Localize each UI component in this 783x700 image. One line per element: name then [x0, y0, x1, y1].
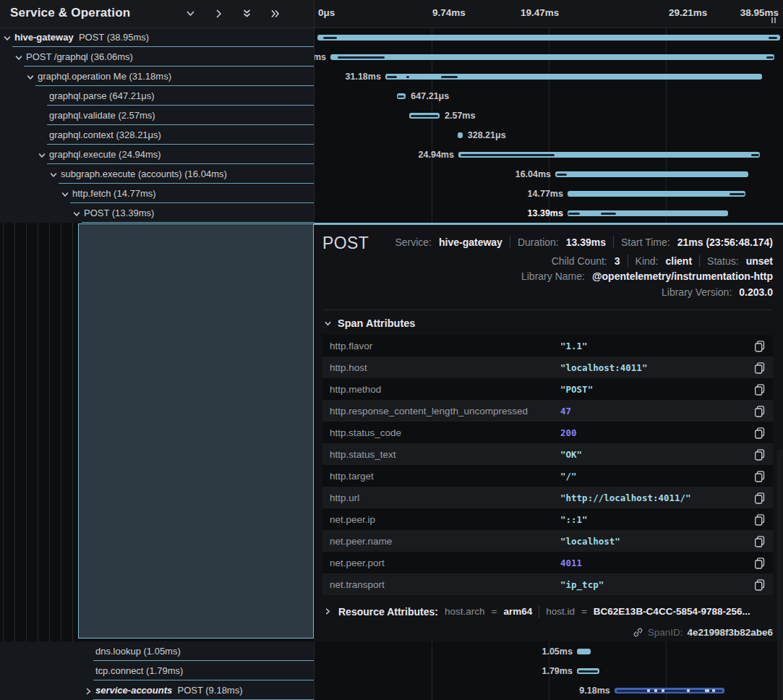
- tree-row[interactable]: POST (13.39ms): [0, 203, 314, 223]
- duration-label: 31.18ms: [346, 72, 381, 82]
- chevron-down-icon[interactable]: [185, 9, 196, 19]
- copy-icon[interactable]: [753, 448, 766, 464]
- copy-icon[interactable]: [753, 557, 766, 573]
- copy-icon[interactable]: [753, 535, 766, 551]
- resource-key: host.id: [546, 606, 575, 617]
- child-span-marker: [338, 56, 385, 59]
- copy-icon[interactable]: [753, 405, 766, 421]
- child-span-marker: [323, 37, 337, 39]
- resource-attributes-row[interactable]: Resource Attributes: host.arch=arm64host…: [324, 605, 750, 618]
- service-operation-title: Service & Operation: [10, 6, 130, 20]
- span-name-label: graphql.operation Me (31.18ms): [38, 71, 171, 82]
- resource-key: host.arch: [445, 606, 485, 617]
- span-duration-bar[interactable]: [458, 132, 462, 138]
- field-label: Child Count:: [552, 255, 607, 267]
- collapse-chevron-down-icon[interactable]: [3, 33, 12, 46]
- collapse-chevron-down-icon[interactable]: [49, 169, 58, 182]
- span-duration-bar[interactable]: [555, 171, 748, 177]
- attribute-row: net.peer.name"localhost": [322, 530, 773, 552]
- copy-icon[interactable]: [753, 383, 766, 399]
- duration-label: 328.21μs: [468, 130, 506, 140]
- tree-row[interactable]: graphql.operation Me (31.18ms): [0, 67, 314, 86]
- service-name: hive-gateway: [14, 32, 74, 43]
- collapse-chevron-down-icon[interactable]: [14, 52, 23, 65]
- child-span-marker: [578, 670, 598, 673]
- copy-icon[interactable]: [753, 513, 766, 529]
- span-duration-bar[interactable]: [577, 649, 591, 654]
- span-id-label: SpanID:: [648, 627, 683, 638]
- tree-row[interactable]: graphql.parse (647.21μs): [0, 86, 314, 106]
- resource-attributes-pairs: host.arch=arm64host.id=BC62E13B-C4CC-585…: [445, 605, 750, 618]
- service-name: service-accounts: [95, 685, 172, 696]
- child-span-dot: [712, 689, 715, 692]
- tree-row[interactable]: subgraph.execute (accounts) (16.04ms): [0, 164, 314, 184]
- field-label: Start Time:: [621, 236, 670, 248]
- child-span-marker: [411, 115, 438, 117]
- copy-icon[interactable]: [753, 470, 766, 486]
- collapse-chevron-down-icon[interactable]: [26, 72, 35, 85]
- copy-icon[interactable]: [753, 427, 766, 443]
- duration-label: 14.77ms: [528, 189, 563, 199]
- duration-label: 647.21μs: [411, 91, 449, 101]
- timeline-row[interactable]: 9.18ms: [315, 680, 783, 700]
- attribute-value: 4011: [560, 558, 582, 568]
- copy-icon[interactable]: [753, 362, 766, 377]
- expand-chevron-right-icon[interactable]: [84, 686, 93, 699]
- chevron-right-icon[interactable]: [213, 9, 224, 19]
- span-duration-bar[interactable]: [317, 35, 780, 40]
- copy-icon[interactable]: [753, 492, 766, 508]
- tree-row[interactable]: dns.lookup (1.05ms): [0, 641, 314, 661]
- tree-row[interactable]: tcp.connect (1.79ms): [0, 661, 314, 680]
- tree-row[interactable]: graphql.validate (2.57ms): [0, 106, 314, 125]
- attribute-row: net.transport"ip_tcp": [322, 573, 773, 595]
- double-chevron-down-icon[interactable]: [241, 9, 252, 19]
- tree-row[interactable]: POST /graphql (36.06ms): [0, 47, 314, 67]
- tree-row[interactable]: graphql.context (328.21μs): [0, 125, 314, 145]
- attribute-value: "1.1": [560, 341, 588, 351]
- tree-row[interactable]: http.fetch (14.77ms): [0, 184, 314, 203]
- timeline-row[interactable]: 38.95ms: [315, 27, 783, 47]
- span-attributes-table: http.flavor"1.1"http.host"localhost:4011…: [322, 335, 773, 595]
- span-name-label: POST /graphql (36.06ms): [26, 51, 133, 62]
- timeline-row[interactable]: 31.18ms: [315, 67, 783, 86]
- span-attributes-toggle[interactable]: Span Attributes: [324, 317, 415, 329]
- tree-row[interactable]: service-accounts POST (9.18ms): [0, 680, 314, 700]
- span-name-label: subgraph.execute (accounts) (16.04ms): [61, 168, 227, 179]
- attribute-value: "::1": [560, 514, 588, 525]
- span-duration-bar[interactable]: [330, 54, 774, 60]
- collapse-chevron-down-icon[interactable]: [38, 150, 46, 163]
- attribute-value: "localhost:4011": [560, 362, 647, 373]
- timeline-row[interactable]: 14.77ms: [315, 184, 783, 203]
- attribute-value: 47: [560, 406, 571, 417]
- field-label: Library Version:: [662, 286, 732, 298]
- timeline-row[interactable]: 13.39ms: [315, 203, 783, 223]
- copy-icon[interactable]: [753, 340, 766, 356]
- tick-label: 9.74ms: [432, 7, 466, 18]
- copy-icon[interactable]: [753, 579, 766, 594]
- column-resizer-grip[interactable]: [771, 17, 776, 23]
- collapse-chevron-down-icon[interactable]: [61, 189, 69, 202]
- double-chevron-right-icon[interactable]: [270, 9, 281, 19]
- timeline-row[interactable]: 2.57ms: [315, 106, 783, 125]
- tree-row[interactable]: graphql.execute (24.94ms): [0, 145, 314, 164]
- timeline-row[interactable]: 1.79ms: [315, 661, 783, 680]
- detail-scrollbar[interactable]: [777, 450, 783, 700]
- tree-row[interactable]: hive-gateway POST (38.95ms): [0, 27, 314, 47]
- attribute-row: http.response_content_length_uncompresse…: [322, 400, 773, 422]
- span-name-label: graphql.context (328.21μs): [49, 129, 161, 140]
- timeline-row[interactable]: 24.94ms: [315, 145, 783, 164]
- timeline-row[interactable]: 647.21μs: [315, 86, 783, 106]
- duration-label: 24.94ms: [419, 150, 454, 160]
- timeline-row[interactable]: 16.04ms: [315, 164, 783, 184]
- collapse-chevron-down-icon[interactable]: [72, 208, 81, 221]
- timeline-row[interactable]: 36.06ms: [315, 47, 783, 67]
- attribute-key: http.response_content_length_uncompresse…: [330, 406, 528, 417]
- span-duration-bar[interactable]: [568, 191, 745, 197]
- span-duration-bar[interactable]: [568, 210, 728, 216]
- timeline-row[interactable]: 328.21μs: [315, 125, 783, 145]
- link-icon[interactable]: [633, 627, 643, 638]
- field-value: 0.203.0: [739, 286, 773, 298]
- child-span-marker: [398, 95, 403, 98]
- tick-label: 38.95ms: [740, 7, 779, 18]
- timeline-row[interactable]: 1.05ms: [315, 641, 783, 661]
